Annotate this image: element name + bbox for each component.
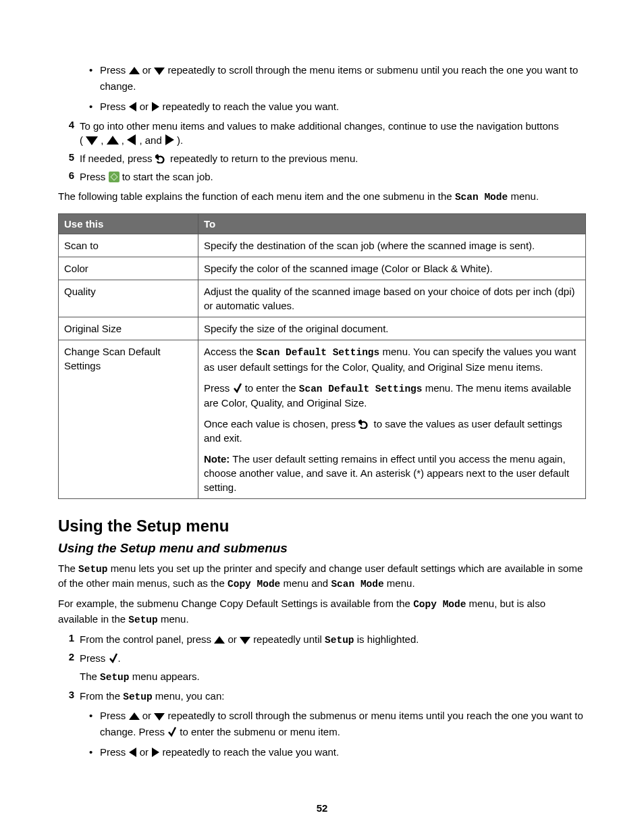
down-arrow-icon bbox=[86, 136, 98, 145]
sub-text: The Setup menu appears. bbox=[80, 669, 586, 684]
down-arrow-icon bbox=[154, 712, 165, 721]
text: repeatedly until bbox=[253, 633, 325, 645]
table-row: Change Scan Default Settings Access the … bbox=[59, 340, 586, 499]
text: or bbox=[227, 633, 240, 645]
list-item: Press or repeatedly to scroll through th… bbox=[89, 62, 586, 95]
text: Press bbox=[100, 101, 129, 112]
menu-name: Setup bbox=[128, 615, 158, 625]
text: or bbox=[142, 64, 155, 76]
menu-name: Setup bbox=[78, 564, 108, 575]
left-arrow-icon bbox=[129, 748, 137, 757]
menu-name: Scan Mode bbox=[331, 579, 383, 590]
note-label: Note: bbox=[204, 453, 230, 465]
subsection-heading: Using the Setup menu and submenus bbox=[58, 541, 586, 556]
cell-to: Specify the size of the original documen… bbox=[198, 317, 586, 340]
paragraph: Once each value is chosen, press to save… bbox=[204, 417, 580, 445]
list-item: 1 From the control panel, press or repea… bbox=[58, 632, 586, 647]
menu-name: Setup bbox=[100, 672, 130, 683]
text: menu. bbox=[384, 577, 415, 589]
paragraph: Press to enter the Scan Default Settings… bbox=[204, 381, 580, 410]
check-icon bbox=[109, 652, 118, 663]
down-arrow-icon bbox=[240, 636, 250, 644]
svg-marker-5 bbox=[107, 136, 119, 145]
up-arrow-icon bbox=[129, 712, 140, 721]
text: The bbox=[80, 671, 100, 682]
svg-marker-13 bbox=[154, 713, 165, 721]
text: Once each value is chosen, press bbox=[204, 418, 358, 429]
text: repeatedly to reach the value you want. bbox=[162, 746, 339, 758]
text: to enter the submenu or menu item. bbox=[180, 726, 340, 737]
text: To go into other menu items and values t… bbox=[80, 120, 559, 132]
list-item: 3 From the Setup menu, you can: Press or… bbox=[58, 689, 586, 764]
text: repeatedly to reach the value you want. bbox=[162, 101, 339, 112]
text: , bbox=[101, 134, 106, 146]
step-number: 5 bbox=[58, 151, 80, 165]
svg-marker-3 bbox=[152, 102, 159, 111]
menu-name: Scan Default Settings bbox=[299, 384, 423, 394]
svg-marker-0 bbox=[129, 67, 140, 74]
text: is highlighted. bbox=[354, 633, 419, 645]
svg-marker-4 bbox=[86, 136, 98, 145]
text: If needed, press bbox=[80, 153, 155, 164]
menu-name: Copy Mode bbox=[227, 579, 280, 590]
text: Press bbox=[100, 746, 129, 758]
step-number: 3 bbox=[58, 689, 80, 764]
page-number: 52 bbox=[0, 802, 644, 814]
text: menu. bbox=[508, 190, 539, 202]
text: repeatedly to return to the previous men… bbox=[170, 153, 358, 164]
back-icon bbox=[155, 153, 167, 163]
text: menu. bbox=[158, 613, 189, 625]
scan-mode-table: Use this To Scan to Specify the destinat… bbox=[58, 213, 586, 499]
cell-to: Adjust the quality of the scanned image … bbox=[198, 280, 586, 317]
text: ). bbox=[177, 134, 183, 146]
text: or bbox=[140, 746, 152, 758]
right-arrow-icon bbox=[151, 748, 159, 757]
text: , bbox=[122, 134, 127, 146]
text: Press bbox=[204, 382, 233, 394]
step-number: 1 bbox=[58, 632, 80, 647]
text: to enter the bbox=[242, 382, 299, 394]
right-arrow-icon bbox=[165, 134, 174, 145]
sub-bullet-list: Press or repeatedly to scroll through th… bbox=[89, 708, 586, 760]
text: menu, you can: bbox=[153, 690, 225, 702]
table-row: Original Size Specify the size of the or… bbox=[59, 317, 586, 340]
menu-name: Setup bbox=[325, 635, 354, 646]
text: The bbox=[58, 563, 78, 574]
down-arrow-icon bbox=[154, 67, 165, 75]
svg-marker-2 bbox=[129, 102, 136, 111]
up-arrow-icon bbox=[107, 136, 119, 145]
list-item: 6 Press to start the scan job. bbox=[58, 170, 586, 184]
svg-marker-6 bbox=[127, 134, 136, 145]
text: menu and bbox=[280, 577, 331, 589]
svg-marker-10 bbox=[214, 636, 225, 644]
paragraph: The Setup menu lets you set up the print… bbox=[58, 561, 586, 592]
svg-marker-12 bbox=[129, 712, 140, 720]
text: or bbox=[140, 101, 152, 112]
right-arrow-icon bbox=[151, 102, 159, 111]
text: For example, the submenu Change Copy Def… bbox=[58, 598, 413, 609]
left-arrow-icon bbox=[127, 134, 136, 145]
cell-use-this: Color bbox=[59, 257, 198, 280]
list-item: Press or repeatedly to reach the value y… bbox=[89, 99, 586, 115]
svg-marker-15 bbox=[152, 748, 159, 757]
paragraph: Note: The user default setting remains i… bbox=[204, 452, 580, 494]
svg-marker-7 bbox=[165, 134, 174, 145]
text: The following table explains the functio… bbox=[58, 190, 455, 202]
check-icon bbox=[167, 726, 177, 737]
text: Access the bbox=[204, 346, 257, 357]
text: menu appears. bbox=[130, 671, 200, 682]
cell-use-this: Scan to bbox=[59, 234, 198, 257]
svg-marker-11 bbox=[240, 637, 250, 644]
text: . bbox=[118, 652, 121, 664]
list-item: 4 To go into other menu items and values… bbox=[58, 119, 586, 147]
text: From the control panel, press bbox=[80, 633, 214, 645]
list-item: 2 Press . The Setup menu appears. bbox=[58, 651, 586, 684]
setup-steps-list: 1 From the control panel, press or repea… bbox=[58, 632, 586, 764]
up-arrow-icon bbox=[129, 67, 140, 75]
cell-to: Access the Scan Default Settings menu. Y… bbox=[198, 340, 586, 499]
step-number: 2 bbox=[58, 651, 80, 684]
table-row: Quality Adjust the quality of the scanne… bbox=[59, 280, 586, 317]
cell-use-this: Change Scan Default Settings bbox=[59, 340, 198, 499]
step-number: 4 bbox=[58, 119, 80, 147]
col-header-to: To bbox=[198, 214, 586, 234]
